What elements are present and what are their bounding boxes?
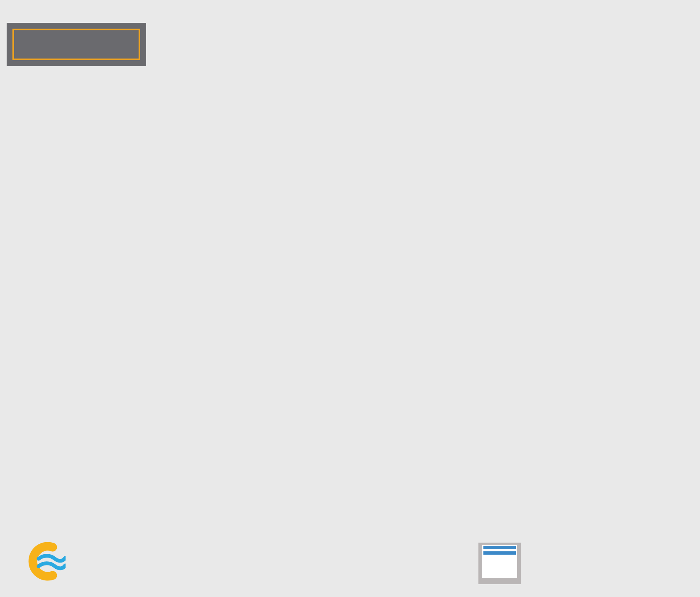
colorbar (643, 17, 700, 531)
economia-coat-of-arms-icon (329, 536, 356, 586)
map-overlay-layer (5, 17, 647, 531)
footer (0, 531, 700, 597)
inta-logo-inner (482, 545, 517, 578)
radar-map (5, 17, 647, 531)
warning-legend-box (7, 23, 146, 66)
inta-stripe-2 (483, 551, 516, 555)
inta-logo (478, 543, 521, 584)
inta-stripe-1 (483, 546, 516, 549)
warning-legend-border (12, 29, 140, 60)
smn-logo-icon (26, 541, 66, 583)
defensa-coat-of-arms-icon (176, 536, 202, 586)
